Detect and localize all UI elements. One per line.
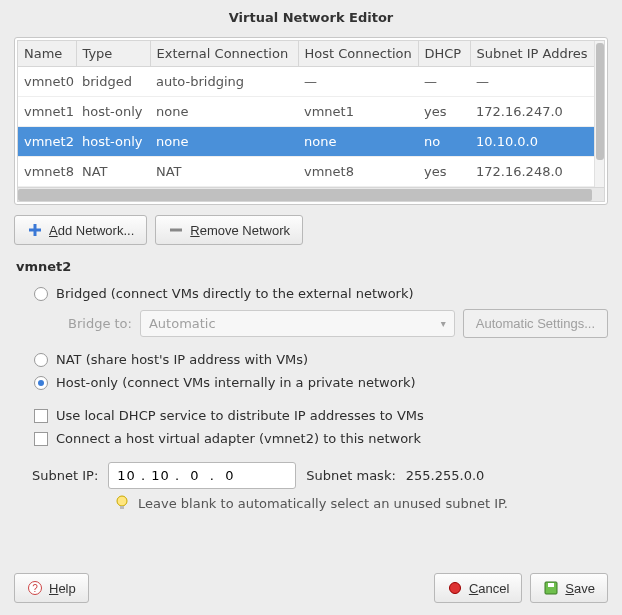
hostonly-option-row[interactable]: Host-only (connect VMs internally in a p… [34, 371, 608, 394]
minus-icon [168, 222, 184, 238]
col-subnet[interactable]: Subnet IP Addres [470, 41, 604, 67]
cell-name: vmnet2 [18, 127, 76, 157]
nat-option-row[interactable]: NAT (share host's IP address with VMs) [34, 348, 608, 371]
save-button[interactable]: Save [530, 573, 608, 603]
table-row[interactable]: vmnet1host-onlynonevmnet1yes172.16.247.0 [18, 97, 604, 127]
network-table[interactable]: Name Type External Connection Host Conne… [18, 41, 604, 187]
host-adapter-checkbox-row[interactable]: Connect a host virtual adapter (vmnet2) … [34, 427, 608, 450]
add-network-label: Add Network... [49, 223, 134, 238]
col-host[interactable]: Host Connection [298, 41, 418, 67]
cancel-button[interactable]: Cancel [434, 573, 522, 603]
add-network-button[interactable]: Add Network... [14, 215, 147, 245]
bridged-radio[interactable] [34, 287, 48, 301]
svg-point-3 [117, 496, 127, 506]
subnet-ip-input[interactable] [108, 462, 296, 489]
svg-rect-1 [29, 229, 41, 232]
help-label: Help [49, 581, 76, 596]
save-label: Save [565, 581, 595, 596]
cancel-label: Cancel [469, 581, 509, 596]
bridge-to-select: Automatic ▾ [140, 310, 455, 337]
host-adapter-checkbox[interactable] [34, 432, 48, 446]
remove-network-label: Remove Network [190, 223, 290, 238]
svg-text:?: ? [32, 583, 38, 594]
table-header-row: Name Type External Connection Host Conne… [18, 41, 604, 67]
col-name[interactable]: Name [18, 41, 76, 67]
cell-type: host-only [76, 97, 150, 127]
cell-dhcp: — [418, 67, 470, 97]
cell-subnet: 10.10.0.0 [470, 127, 604, 157]
cell-type: host-only [76, 127, 150, 157]
vertical-scrollbar[interactable] [594, 41, 604, 187]
table-row[interactable]: vmnet0bridgedauto-bridging——— [18, 67, 604, 97]
chevron-down-icon: ▾ [441, 318, 446, 329]
cell-host: vmnet1 [298, 97, 418, 127]
cell-subnet: — [470, 67, 604, 97]
hostonly-label: Host-only (connect VMs internally in a p… [56, 375, 416, 390]
cell-subnet: 172.16.248.0 [470, 157, 604, 187]
subnet-hint: Leave blank to automatically select an u… [138, 496, 508, 511]
window-title: Virtual Network Editor [0, 0, 622, 37]
cell-dhcp: no [418, 127, 470, 157]
cell-dhcp: yes [418, 157, 470, 187]
horizontal-scrollbar[interactable] [18, 187, 604, 201]
cell-name: vmnet8 [18, 157, 76, 187]
cell-dhcp: yes [418, 97, 470, 127]
bridged-label: Bridged (connect VMs directly to the ext… [56, 286, 414, 301]
cell-external: none [150, 127, 298, 157]
automatic-settings-button: Automatic Settings... [463, 309, 608, 338]
nat-label: NAT (share host's IP address with VMs) [56, 352, 308, 367]
table-row[interactable]: vmnet8NATNATvmnet8yes172.16.248.0 [18, 157, 604, 187]
col-dhcp[interactable]: DHCP [418, 41, 470, 67]
bridge-to-label: Bridge to: [68, 316, 132, 331]
dhcp-checkbox[interactable] [34, 409, 48, 423]
subnet-ip-label: Subnet IP: [32, 468, 98, 483]
remove-network-button[interactable]: Remove Network [155, 215, 303, 245]
help-button[interactable]: ? Help [14, 573, 89, 603]
table-row[interactable]: vmnet2host-onlynonenoneno10.10.0.0 [18, 127, 604, 157]
hostonly-radio[interactable] [34, 376, 48, 390]
cell-external: NAT [150, 157, 298, 187]
cell-name: vmnet1 [18, 97, 76, 127]
cell-subnet: 172.16.247.0 [470, 97, 604, 127]
cell-type: NAT [76, 157, 150, 187]
cell-host: none [298, 127, 418, 157]
svg-rect-9 [548, 583, 554, 587]
subnet-mask-label: Subnet mask: [306, 468, 396, 483]
dhcp-label: Use local DHCP service to distribute IP … [56, 408, 424, 423]
selected-network-heading: vmnet2 [16, 259, 608, 274]
host-adapter-label: Connect a host virtual adapter (vmnet2) … [56, 431, 421, 446]
svg-rect-4 [120, 506, 124, 509]
subnet-mask-value: 255.255.0.0 [406, 468, 485, 483]
cell-external: none [150, 97, 298, 127]
plus-icon [27, 222, 43, 238]
save-icon [543, 580, 559, 596]
nat-radio[interactable] [34, 353, 48, 367]
cell-host: — [298, 67, 418, 97]
svg-point-7 [449, 583, 460, 594]
svg-rect-2 [170, 229, 182, 232]
cell-external: auto-bridging [150, 67, 298, 97]
network-table-container: Name Type External Connection Host Conne… [14, 37, 608, 205]
help-icon: ? [27, 580, 43, 596]
col-external[interactable]: External Connection [150, 41, 298, 67]
cell-type: bridged [76, 67, 150, 97]
col-type[interactable]: Type [76, 41, 150, 67]
lightbulb-icon [114, 495, 130, 511]
bridged-option-row[interactable]: Bridged (connect VMs directly to the ext… [34, 282, 608, 305]
cancel-icon [447, 580, 463, 596]
cell-name: vmnet0 [18, 67, 76, 97]
cell-host: vmnet8 [298, 157, 418, 187]
dhcp-checkbox-row[interactable]: Use local DHCP service to distribute IP … [34, 404, 608, 427]
